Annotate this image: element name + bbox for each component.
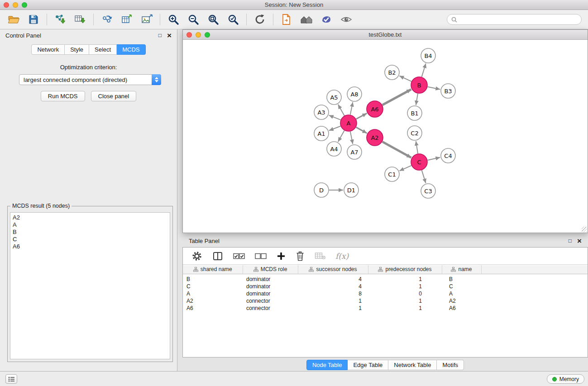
tab-select[interactable]: Select: [89, 44, 117, 55]
column-header-predecessor-nodes[interactable]: predecessor nodes: [368, 265, 442, 274]
column-header-successor-nodes[interactable]: successor nodes: [298, 265, 368, 274]
graph-edge-B-B1[interactable]: [416, 94, 418, 105]
tab-network[interactable]: Network: [31, 44, 65, 55]
graph-node-D[interactable]: D: [314, 183, 329, 197]
graph-edge-A-A4[interactable]: [338, 131, 344, 142]
graph-edge-B-B2[interactable]: [399, 76, 411, 81]
network-graph[interactable]: B4B2BB3A5A8A6B1A3AA1C2A2A4A7C4CC1C3DD1: [183, 40, 588, 233]
column-header-shared-name[interactable]: shared name: [183, 265, 243, 274]
graph-node-A4[interactable]: A4: [327, 142, 341, 156]
graph-edge-C-C4[interactable]: [428, 157, 440, 160]
show-columns-button[interactable]: [212, 251, 223, 261]
graph-node-A6[interactable]: A6: [367, 101, 383, 117]
graph-node-B[interactable]: B: [411, 77, 427, 93]
close-table-panel-icon[interactable]: ×: [577, 237, 582, 245]
graph-node-A7[interactable]: A7: [347, 145, 362, 159]
graph-node-A3[interactable]: A3: [314, 105, 329, 119]
save-session-button[interactable]: [24, 11, 43, 28]
graph-edge-A-A3[interactable]: [329, 115, 341, 120]
tab-edge-table[interactable]: Edge Table: [348, 360, 388, 370]
search-box[interactable]: [447, 14, 582, 25]
delete-row-button[interactable]: [296, 251, 305, 261]
graph-edge-A-A7[interactable]: [350, 132, 353, 144]
graph-edge-B-B3[interactable]: [428, 87, 440, 90]
zoom-in-button[interactable]: [164, 11, 182, 28]
graph-node-B1[interactable]: B1: [407, 106, 422, 120]
node-table[interactable]: shared nameMCDS rolesuccessor nodesprede…: [183, 265, 588, 357]
graph-node-C1[interactable]: C1: [385, 167, 399, 181]
graph-edge-A2-C[interactable]: [382, 142, 411, 157]
graph-node-A[interactable]: A: [340, 115, 357, 131]
apply-check-button[interactable]: [317, 11, 335, 28]
zoom-selected-button[interactable]: [224, 11, 242, 28]
graph-edge-A-A5[interactable]: [338, 105, 344, 116]
zoom-out-button[interactable]: [184, 11, 202, 28]
function-builder-button[interactable]: f(x): [335, 252, 349, 261]
import-network-button[interactable]: [51, 11, 69, 28]
table-row[interactable]: A6connector11A6: [183, 305, 588, 312]
mcds-result-item[interactable]: C: [13, 236, 167, 243]
table-row[interactable]: Adominator80A: [183, 290, 588, 297]
graph-edge-C-C1[interactable]: [399, 166, 411, 171]
table-settings-button[interactable]: [191, 251, 202, 262]
graph-node-C4[interactable]: C4: [441, 148, 455, 163]
graph-edge-A-A2[interactable]: [356, 127, 367, 133]
network-home-button[interactable]: [297, 11, 316, 28]
graph-edge-C-C2[interactable]: [416, 141, 418, 153]
graph-node-B2[interactable]: B2: [385, 65, 399, 80]
graph-node-A2[interactable]: A2: [367, 129, 383, 146]
deselect-all-button[interactable]: [255, 253, 267, 259]
float-panel-icon[interactable]: □: [158, 33, 162, 38]
tab-motifs[interactable]: Motifs: [437, 360, 464, 370]
task-history-button[interactable]: [5, 374, 17, 384]
export-network-button[interactable]: [98, 11, 116, 28]
memory-button[interactable]: Memory: [547, 374, 584, 384]
mcds-result-item[interactable]: A6: [13, 243, 167, 250]
column-header-mcds-role[interactable]: MCDS role: [243, 265, 298, 274]
graph-node-C3[interactable]: C3: [421, 184, 435, 198]
graph-node-B4[interactable]: B4: [421, 48, 435, 63]
graph-edge-A-A1[interactable]: [329, 126, 340, 131]
tab-mcds[interactable]: MCDS: [117, 44, 145, 55]
refresh-layout-button[interactable]: [251, 11, 269, 28]
table-row[interactable]: Bdominator41B: [183, 274, 588, 283]
optimization-select[interactable]: largest connected component (directed): [19, 74, 161, 85]
zoom-fit-button[interactable]: [204, 11, 222, 28]
mcds-result-item[interactable]: A2: [13, 214, 167, 221]
table-row[interactable]: A2connector11A2: [183, 297, 588, 305]
graph-node-D1[interactable]: D1: [344, 183, 359, 197]
close-panel-button[interactable]: Close panel: [91, 91, 137, 101]
tab-network-table[interactable]: Network Table: [388, 360, 437, 370]
graph-node-C[interactable]: C: [411, 154, 427, 170]
search-input[interactable]: [460, 15, 581, 24]
tab-node-table[interactable]: Node Table: [306, 360, 348, 370]
add-row-button[interactable]: [277, 252, 286, 261]
run-mcds-button[interactable]: Run MCDS: [41, 91, 85, 101]
graph-node-A5[interactable]: A5: [327, 90, 341, 105]
column-header-name[interactable]: name: [442, 265, 481, 274]
close-panel-icon[interactable]: ×: [167, 32, 172, 39]
graph-node-A8[interactable]: A8: [347, 87, 362, 101]
import-table-button[interactable]: [71, 11, 89, 28]
show-hide-button[interactable]: [337, 11, 355, 28]
window-titlebar[interactable]: Session: New Session: [0, 0, 588, 10]
tab-style[interactable]: Style: [65, 44, 89, 55]
export-table-button[interactable]: [118, 11, 136, 28]
network-window-titlebar[interactable]: testGlobe.txt: [183, 30, 588, 40]
graph-node-B3[interactable]: B3: [441, 84, 455, 98]
table-row[interactable]: Cdominator41C: [183, 283, 588, 290]
network-canvas[interactable]: B4B2BB3A5A8A6B1A3AA1C2A2A4A7C4CC1C3DD1: [183, 40, 588, 233]
graph-edge-A6-B[interactable]: [382, 90, 411, 105]
graph-edge-C-C3[interactable]: [422, 170, 426, 183]
mcds-result-item[interactable]: A: [13, 221, 167, 229]
graph-edge-B-B4[interactable]: [422, 63, 426, 77]
window-resize-grip[interactable]: [582, 227, 587, 232]
export-image-button[interactable]: [138, 11, 156, 28]
float-table-panel-icon[interactable]: □: [569, 238, 572, 243]
open-session-file-button[interactable]: [277, 11, 296, 28]
graph-edge-A-A8[interactable]: [350, 102, 353, 115]
graph-node-A1[interactable]: A1: [314, 126, 329, 141]
open-folder-button[interactable]: [5, 11, 23, 28]
mcds-result-item[interactable]: B: [13, 229, 167, 236]
select-all-button[interactable]: [233, 253, 245, 259]
